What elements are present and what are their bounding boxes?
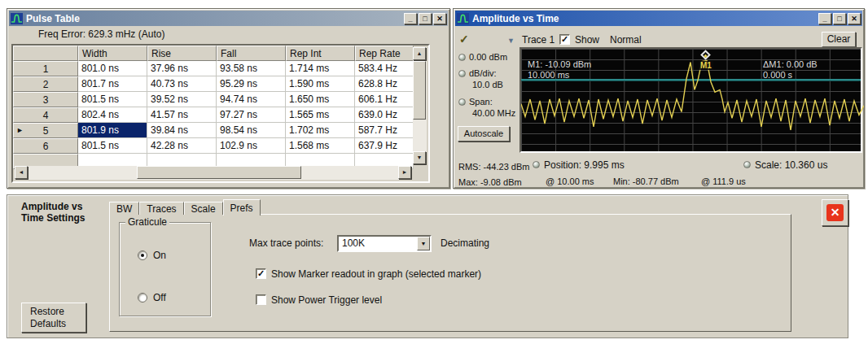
table-cell[interactable]: 40.73 ns xyxy=(147,76,217,92)
max-trace-points-combobox[interactable]: 100K ▼ xyxy=(337,235,432,252)
decimating-label: Decimating xyxy=(441,237,489,249)
row-header[interactable]: 4 xyxy=(13,107,78,123)
table-cell[interactable]: 1.565 ms xyxy=(286,107,355,123)
selected-cell[interactable]: 801.9 ns xyxy=(78,123,147,138)
settings-panel: Amplitude vs Time Settings BW Traces Sca… xyxy=(7,194,848,338)
table-cell[interactable]: 93.58 ns xyxy=(217,61,286,76)
ref-level-value[interactable]: 0.00 dBm xyxy=(469,52,507,62)
table-cell[interactable]: 39.84 ns xyxy=(147,123,217,138)
db-div-knob-icon[interactable] xyxy=(458,70,466,77)
table-cell[interactable]: 1.568 ms xyxy=(286,138,355,154)
show-marker-readout-label[interactable]: Show Marker readout in graph (selected m… xyxy=(271,268,481,280)
at-position-readout: @ 10.00 ms xyxy=(546,176,594,186)
minimize-button[interactable]: _ xyxy=(404,13,417,24)
tab-scale[interactable]: Scale xyxy=(184,202,223,215)
clear-button[interactable]: Clear xyxy=(822,32,856,47)
delta-marker-readout: ΔM1: 0.00 dB 0.000 s xyxy=(763,59,818,81)
position-knob-icon[interactable] xyxy=(533,161,540,168)
settings-panel-title: Amplitude vs Time Settings xyxy=(21,201,85,224)
table-cell[interactable]: 97.27 ns xyxy=(217,107,286,123)
table-cell[interactable]: 98.54 ns xyxy=(217,123,286,138)
row-header-selected[interactable]: ►5 xyxy=(13,123,78,138)
maximize-button[interactable]: □ xyxy=(419,13,432,24)
row-header[interactable]: 2 xyxy=(13,76,78,92)
show-marker-readout-checkbox[interactable]: ✓ xyxy=(256,268,266,279)
table-cell[interactable]: 1.650 ms xyxy=(286,92,355,107)
pulse-table-container: Width Rise Fall Rep Int Rep Rate 1 801.0… xyxy=(11,44,430,183)
combobox-dropdown-icon[interactable]: ▼ xyxy=(417,237,430,250)
trace-selector-label[interactable]: Trace 1 xyxy=(522,34,555,46)
scale-readout[interactable]: Scale: 10.360 us xyxy=(755,159,827,171)
table-cell[interactable]: 42.28 ns xyxy=(147,138,217,154)
table-row: 2 801.7 ns 40.73 ns 95.29 ns 1.590 ms 62… xyxy=(13,76,414,92)
table-cell[interactable]: 102.9 ns xyxy=(217,138,286,154)
table-cell[interactable]: 639.0 Hz xyxy=(355,107,414,123)
min-readout: Min: -80.77 dBm xyxy=(613,176,679,186)
vertical-scroll-thumb[interactable] xyxy=(413,61,426,120)
show-trace-checkbox[interactable]: ✓ xyxy=(559,34,570,45)
max-readout: Max: -9.08 dBm xyxy=(458,177,522,187)
table-cell[interactable]: 802.4 ns xyxy=(78,107,147,123)
row-header[interactable]: 6 xyxy=(13,138,78,154)
ref-level-knob-icon[interactable] xyxy=(458,54,466,61)
table-cell[interactable]: 37.96 ns xyxy=(147,61,217,76)
position-readout[interactable]: Position: 9.995 ms xyxy=(544,159,625,171)
scale-knob-icon[interactable] xyxy=(743,161,751,168)
table-cell[interactable]: 801.7 ns xyxy=(78,76,147,92)
table-cell[interactable]: 1.702 ms xyxy=(286,123,355,138)
show-power-trigger-checkbox[interactable] xyxy=(256,294,266,305)
table-cell[interactable]: 41.57 ns xyxy=(147,107,217,123)
scroll-right-icon[interactable]: ► xyxy=(398,166,411,179)
minimize-button[interactable]: _ xyxy=(818,13,831,24)
table-cell[interactable]: 606.1 Hz xyxy=(355,92,414,107)
maximize-button[interactable]: □ xyxy=(833,13,846,24)
close-button[interactable]: ✕ xyxy=(848,13,861,24)
column-header-fall: Fall xyxy=(217,46,286,61)
m1-marker-label[interactable]: M1 xyxy=(699,61,713,70)
trace-mode-value[interactable]: Normal xyxy=(610,34,642,46)
table-cell[interactable]: 801.5 ns xyxy=(78,138,147,154)
pulse-table-window: Pulse Table _ □ ✕ Freq Error: 629.3 mHz … xyxy=(7,8,450,189)
horizontal-scroll-thumb[interactable] xyxy=(137,166,301,179)
row-header[interactable]: 1 xyxy=(13,61,78,76)
span-knob-icon[interactable] xyxy=(458,98,466,106)
horizontal-scrollbar[interactable]: ◄ ► xyxy=(15,166,411,180)
tab-bw[interactable]: BW xyxy=(109,202,139,215)
table-cell[interactable]: 801.0 ns xyxy=(78,61,147,76)
restore-defaults-button[interactable]: Restore Defaults xyxy=(21,303,86,333)
close-settings-button[interactable]: ✕ xyxy=(822,199,848,226)
table-cell[interactable]: 95.29 ns xyxy=(217,76,286,92)
pulse-table-titlebar[interactable]: Pulse Table _ □ ✕ xyxy=(9,11,448,26)
table-cell[interactable]: 94.74 ns xyxy=(217,92,286,107)
tab-traces[interactable]: Traces xyxy=(139,202,183,215)
scroll-down-icon[interactable]: ▼ xyxy=(413,151,426,164)
scroll-up-icon[interactable]: ▲ xyxy=(413,47,426,60)
vertical-scrollbar[interactable]: ▲ ▼ xyxy=(413,47,427,164)
scroll-left-icon[interactable]: ◄ xyxy=(15,166,28,179)
close-button[interactable]: ✕ xyxy=(433,13,446,24)
row-header[interactable]: 3 xyxy=(13,92,78,107)
graticule-off-radio[interactable] xyxy=(138,293,147,303)
graticule-on-label[interactable]: On xyxy=(153,250,166,261)
table-cell[interactable]: 583.4 Hz xyxy=(355,61,414,76)
autoscale-button[interactable]: Autoscale xyxy=(458,126,510,142)
amplitude-graph[interactable]: M1: -10.09 dBm 10.000 ms ΔM1: 0.00 dB 0.… xyxy=(519,47,862,153)
table-cell[interactable]: 1.714 ms xyxy=(286,61,355,76)
table-cell[interactable]: 39.52 ns xyxy=(147,92,217,107)
db-div-value[interactable]: 10.0 dB xyxy=(472,80,503,89)
trace-dropdown-chevron-icon[interactable]: ▼ xyxy=(507,37,515,45)
table-cell[interactable]: 637.9 Hz xyxy=(355,138,414,154)
table-cell[interactable]: 801.5 ns xyxy=(78,92,147,107)
pulse-measurement-table: Width Rise Fall Rep Int Rep Rate 1 801.0… xyxy=(13,46,414,169)
table-cell[interactable]: 587.7 Hz xyxy=(355,123,414,138)
graticule-on-radio[interactable] xyxy=(138,250,147,260)
amplitude-titlebar[interactable]: Amplitude vs Time _ □ ✕ xyxy=(455,11,862,26)
table-cell[interactable]: 1.590 ms xyxy=(286,76,355,92)
table-cell[interactable]: 628.8 Hz xyxy=(355,76,414,92)
tab-prefs[interactable]: Prefs xyxy=(223,199,261,216)
max-trace-points-value: 100K xyxy=(342,237,365,249)
graticule-off-label[interactable]: Off xyxy=(153,292,166,303)
show-power-trigger-label[interactable]: Show Power Trigger level xyxy=(271,294,382,306)
span-value[interactable]: 40.00 MHz xyxy=(472,108,515,118)
table-row: 3 801.5 ns 39.52 ns 94.74 ns 1.650 ms 60… xyxy=(13,92,414,107)
